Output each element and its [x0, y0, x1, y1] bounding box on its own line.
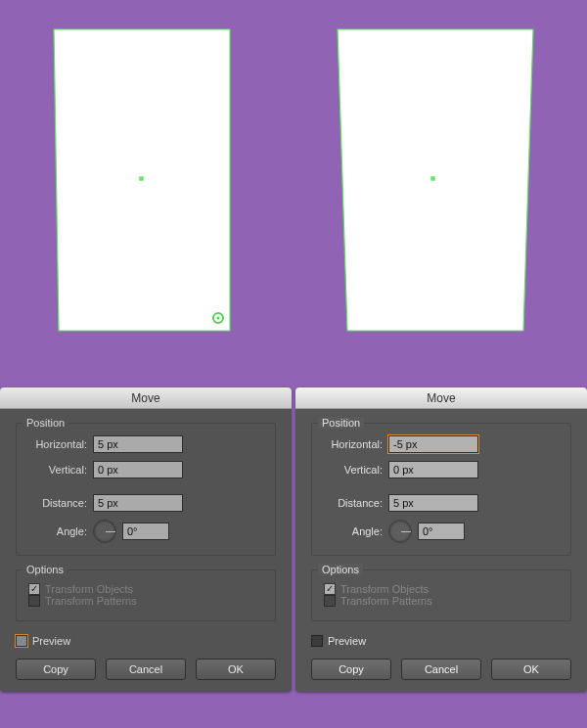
right-shape-center	[430, 176, 435, 181]
distance-input[interactable]	[93, 494, 183, 512]
move-dialog-right: Move Position Horizontal: Vertical: Dist…	[295, 387, 587, 692]
transform-objects-label: Transform Objects	[45, 583, 133, 595]
ok-button[interactable]: OK	[196, 659, 276, 680]
copy-button[interactable]: Copy	[311, 659, 391, 680]
vertical-label: Vertical:	[28, 464, 93, 476]
horizontal-input[interactable]	[93, 435, 183, 453]
dialog-title: Move	[0, 387, 292, 409]
preview-label: Preview	[328, 635, 366, 647]
horizontal-label: Horizontal:	[324, 438, 388, 450]
horizontal-label: Horizontal:	[28, 438, 93, 450]
position-group: Position Horizontal: Vertical: Distance:…	[16, 423, 276, 556]
position-group: Position Horizontal: Vertical: Distance:…	[311, 423, 571, 556]
left-shape-center	[139, 176, 144, 181]
angle-knob[interactable]	[93, 520, 116, 543]
distance-label: Distance:	[324, 497, 388, 509]
angle-knob[interactable]	[388, 520, 412, 543]
position-group-label: Position	[23, 417, 68, 429]
options-group-label: Options	[23, 564, 68, 575]
angle-label: Angle:	[28, 525, 93, 537]
vertical-input[interactable]	[93, 461, 183, 478]
copy-button[interactable]: Copy	[16, 659, 96, 680]
transform-patterns-checkbox[interactable]	[324, 595, 336, 607]
vertical-input[interactable]	[388, 461, 478, 478]
angle-input[interactable]	[418, 523, 465, 540]
canvas-area	[0, 0, 587, 387]
distance-input[interactable]	[388, 494, 478, 512]
transform-objects-checkbox[interactable]: ✓	[324, 583, 336, 595]
options-group: Options ✓ Transform Objects Transform Pa…	[16, 569, 276, 621]
transform-objects-label: Transform Objects	[340, 583, 429, 595]
preview-label: Preview	[32, 635, 70, 647]
preview-checkbox[interactable]	[311, 635, 323, 647]
dialog-title: Move	[295, 387, 587, 409]
options-group: Options ✓ Transform Objects Transform Pa…	[311, 569, 571, 621]
ok-button[interactable]: OK	[491, 659, 571, 680]
preview-checkbox[interactable]	[16, 635, 27, 647]
cancel-button[interactable]: Cancel	[401, 659, 481, 680]
options-group-label: Options	[318, 564, 363, 575]
angle-label: Angle:	[324, 525, 388, 537]
left-shape-anchor-dot	[217, 317, 220, 320]
move-dialog-left: Move Position Horizontal: Vertical: Dist…	[0, 387, 292, 692]
horizontal-input[interactable]	[388, 435, 478, 453]
dialogs-row: Move Position Horizontal: Vertical: Dist…	[0, 387, 587, 692]
transform-patterns-label: Transform Patterns	[340, 595, 432, 607]
transform-objects-checkbox[interactable]: ✓	[28, 583, 40, 595]
transform-patterns-checkbox[interactable]	[28, 595, 40, 607]
vertical-label: Vertical:	[324, 464, 388, 476]
distance-label: Distance:	[28, 497, 93, 509]
angle-input[interactable]	[122, 523, 169, 540]
transform-patterns-label: Transform Patterns	[45, 595, 137, 607]
position-group-label: Position	[318, 417, 364, 429]
cancel-button[interactable]: Cancel	[106, 659, 186, 680]
